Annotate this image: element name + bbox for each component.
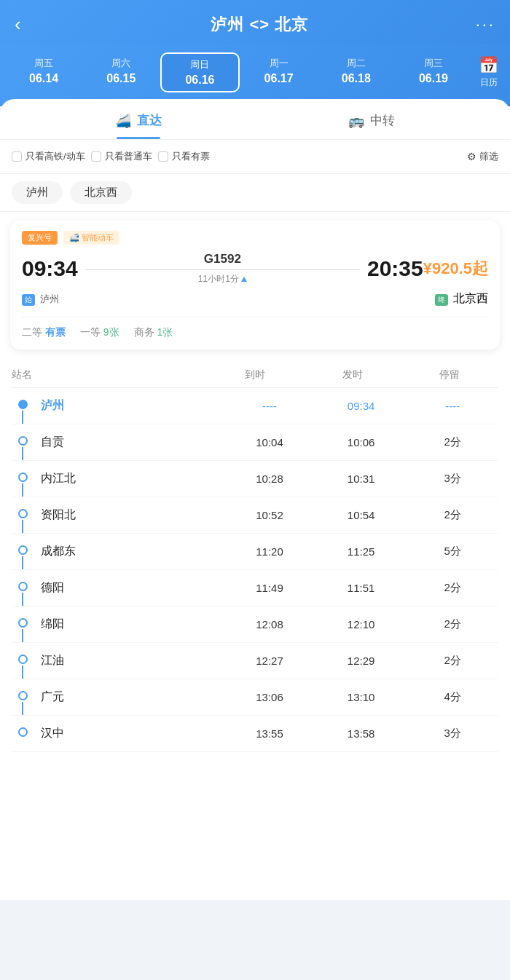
from-station[interactable]: 泸州 [12,181,63,204]
col-arrive: 到时 [206,368,304,382]
tab-transfer[interactable]: 🚌 中转 [255,99,488,139]
expand-icon[interactable] [241,277,247,282]
date-day: 周一 [270,57,289,70]
filter-regular[interactable]: 只看普通车 [91,150,152,163]
stop-stay: 5分 [407,545,498,558]
checkbox-high-speed[interactable] [12,151,22,162]
stop-line-col [12,653,34,668]
stop-arrive: 12:08 [224,618,315,631]
tab-bar: 🚄 直达 🚌 中转 [0,99,510,140]
stop-stay: 2分 [407,617,498,631]
stop-depart: 12:10 [315,618,407,631]
depart-time: 09:34 [22,256,78,281]
business-class: 商务 1张 [134,326,173,339]
train-number-col: G1592 11小时1分 [85,252,360,285]
stop-stay: 2分 [407,581,498,595]
date-num: 06.14 [29,72,58,85]
stop-depart: 10:31 [315,473,407,485]
back-button[interactable]: ‹ [15,13,44,36]
date-num: 06.18 [342,72,371,85]
stop-dot [18,691,28,700]
stop-list-header: 站名 到时 发时 停留 [12,358,498,388]
date-day: 周五 [34,57,53,70]
stop-row: 成都东11:2011:255分 [12,534,498,570]
train-duration: 11小时1分 [198,273,247,285]
train-number: G1592 [85,252,360,270]
filter-high-speed-label: 只看高铁/动车 [26,150,85,163]
more-button[interactable]: ··· [476,15,495,34]
date-day: 周二 [347,57,366,70]
stop-name: 江油 [34,653,224,668]
smart-icon: 🚅 [69,233,79,242]
stop-name: 成都东 [34,544,224,559]
stop-data: 广元13:0613:104分 [34,689,498,705]
stop-stay: 3分 [407,727,498,740]
ticket-info: 二等 有票 一等 9张 商务 1张 [22,317,488,339]
to-station[interactable]: 北京西 [70,181,132,204]
end-tag: 终 [435,294,448,306]
stop-data: 绵阳12:0812:102分 [34,617,498,632]
stop-row: 德阳11:4911:512分 [12,570,498,606]
filter-high-speed[interactable]: 只看高铁/动车 [12,150,85,163]
date-item-06.18[interactable]: 周二 06.18 [318,52,394,92]
main-content: 🚄 直达 🚌 中转 只看高铁/动车 只看普通车 只看有票 ⚙ 筛选 泸州 北京西 [0,99,510,900]
stop-row: 江油12:2712:292分 [12,643,498,679]
stop-stay: 3分 [407,472,498,486]
badge-smart: 🚅 智能动车 [63,231,119,245]
stop-line-col [12,544,34,559]
stop-row: 内江北10:2810:313分 [12,461,498,497]
date-day: 周日 [190,58,209,71]
train-icon: 🚄 [115,113,131,129]
stop-line-col [12,471,34,486]
stop-name: 德阳 [34,580,224,596]
first-class: 一等 9张 [80,326,119,339]
stop-stay: 2分 [407,508,498,522]
stop-dot [18,655,28,664]
badge-smart-label: 智能动车 [82,232,114,243]
date-item-06.15[interactable]: 周六 06.15 [83,52,159,92]
stop-line-col [12,507,34,523]
stop-vline [22,520,23,533]
stop-depart: 13:58 [315,727,407,740]
stop-vline [22,665,23,679]
end-station-name: 北京西 [453,292,488,304]
stop-arrive: 13:06 [224,691,315,703]
stop-arrive: 11:20 [224,545,315,558]
date-num: 06.19 [419,72,448,85]
stop-rows: 泸州----09:34----自贡10:0410:062分内江北10:2810:… [12,388,498,752]
station-selector: 泸州 北京西 [0,174,510,212]
stop-line-col [12,580,34,596]
date-row: 周五 06.14周六 06.15周日 06.16周一 06.17周二 06.18… [0,44,510,106]
filter-button[interactable]: ⚙ 筛选 [467,150,498,163]
date-item-06.19[interactable]: 周三 06.19 [396,52,471,92]
date-item-06.17[interactable]: 周一 06.17 [241,52,317,92]
second-status: 有票 [45,326,66,338]
stop-arrive: ---- [224,400,315,412]
stop-depart: 09:34 [315,400,407,412]
date-item-06.14[interactable]: 周五 06.14 [6,52,82,92]
stop-arrive: 12:27 [224,655,315,667]
stop-name: 自贡 [34,435,224,450]
stop-data: 自贡10:0410:062分 [34,435,498,450]
stop-data: 成都东11:2011:255分 [34,544,498,559]
stop-row: 广元13:0613:104分 [12,679,498,716]
filter-regular-label: 只看普通车 [105,150,152,163]
stop-dot [18,582,28,591]
calendar-button[interactable]: 📅 日历 [473,52,504,93]
checkbox-available[interactable] [158,151,168,162]
stop-data: 内江北10:2810:313分 [34,471,498,486]
date-day: 周三 [424,57,443,70]
date-num: 06.15 [106,72,136,85]
stop-vline [22,702,23,715]
checkbox-regular[interactable] [91,151,101,162]
stop-vline [22,411,23,424]
date-num: 06.17 [264,72,294,85]
filter-available[interactable]: 只看有票 [158,150,210,163]
date-item-06.16[interactable]: 周日 06.16 [160,52,239,92]
badge-fuxing: 复兴号 [22,231,58,245]
stop-stay: ---- [407,400,498,412]
stop-dot [18,473,28,482]
train-card[interactable]: 复兴号 🚅 智能动车 09:34 G1592 11小时1分 20:35 ¥920… [10,221,500,349]
tab-direct[interactable]: 🚄 直达 [22,99,255,139]
stop-line-col [12,689,34,705]
